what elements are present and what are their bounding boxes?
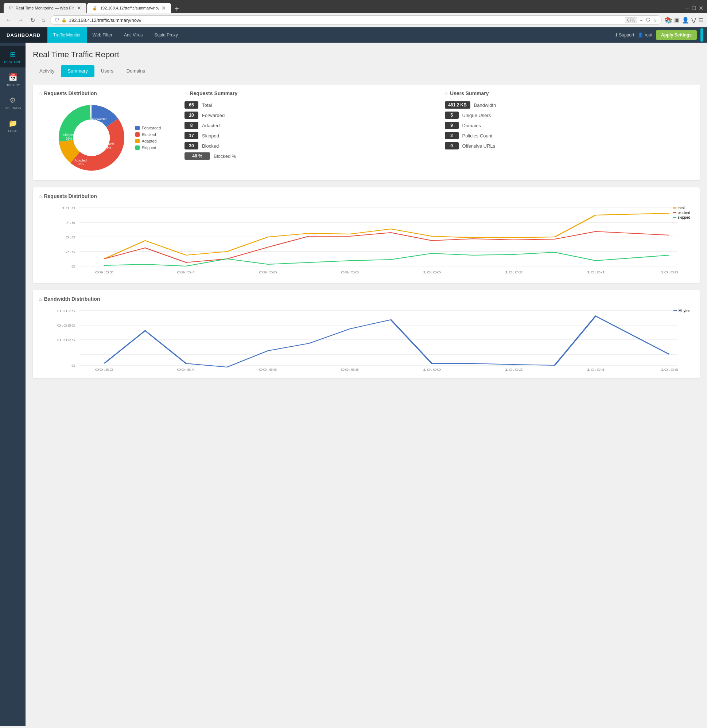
tab-users[interactable]: Users — [94, 65, 120, 77]
home-icon-bandwidth: ⌂ — [39, 296, 42, 302]
total-legend-dot — [673, 207, 677, 208]
tab-summary[interactable]: Summary — [61, 65, 94, 77]
forward-button[interactable]: → — [16, 16, 26, 24]
bandwidth-chart-label: Bandwidth Distribution — [44, 296, 100, 302]
more-options-icon[interactable]: ··· — [639, 17, 643, 23]
browser-toolbar: ← → ↻ ⌂ 🛡 🔒 67% ··· 🛡 ☆ 📚 ▣ 👤 ⋁ ☰ — [0, 13, 707, 27]
req-forwarded-label: Forwarded — [202, 113, 225, 118]
back-button[interactable]: ← — [4, 16, 13, 24]
tab2-title: 192.168.4.12/traffic/summary/now/ — [100, 6, 159, 10]
svg-text:15%: 15% — [96, 121, 103, 125]
tab1-close[interactable]: ✕ — [77, 5, 81, 11]
req-blocked-row: 30 Blocked — [185, 142, 434, 149]
nav-anti-virus[interactable]: Anti Virus — [118, 27, 148, 43]
req-total-row: 65 Total — [185, 101, 434, 108]
content-area: ⊞ REAL TIME 📅 HISTORY ⚙ SETTINGS 📁 LOGS … — [0, 43, 707, 726]
legend-dot-skipped — [135, 146, 140, 150]
req-summary-header: ⌂ Requests Summary — [185, 90, 434, 96]
svg-text:09:56: 09:56 — [259, 368, 278, 371]
address-input[interactable] — [69, 17, 623, 23]
legend-skipped-line: skipped — [673, 215, 690, 220]
shield-icon: 🛡 — [55, 17, 59, 23]
profile-icon[interactable]: 👤 — [682, 17, 689, 24]
browser-tab-2[interactable]: 🔒 192.168.4.12/traffic/summary/now/ ✕ — [87, 3, 171, 13]
req-blocked-pct-label: Blocked % — [214, 153, 236, 159]
sidebar-item-history[interactable]: 📅 HISTORY — [0, 69, 26, 90]
svg-text:Skipped: Skipped — [63, 133, 75, 137]
tab-domains[interactable]: Domains — [120, 65, 152, 77]
browser-chrome: 🛡 Real Time Monitoring — Web Filter... ✕… — [0, 0, 707, 13]
sidebar-label-logs: LOGS — [8, 129, 17, 133]
sidebar-item-realtime[interactable]: ⊞ REAL TIME — [0, 46, 26, 68]
user-unique-value: 5 — [445, 111, 459, 119]
top-nav: DASHBOARD Traffic Monitor Web Filter Ant… — [0, 27, 707, 43]
nav-squid-proxy[interactable]: Squid Proxy — [148, 27, 184, 43]
requests-distribution-chart-card: ⌂ Requests Distribution total blocked — [33, 187, 700, 283]
maximize-btn[interactable]: □ — [692, 5, 696, 12]
user-domains-label: Domains — [462, 123, 481, 128]
history-icon: 📅 — [9, 73, 17, 82]
req-skipped-value: 17 — [185, 132, 198, 139]
svg-text:10.0: 10.0 — [61, 207, 76, 210]
svg-text:10:00: 10:00 — [422, 368, 441, 371]
svg-text:Forwarded: Forwarded — [91, 117, 107, 121]
menu-icon[interactable]: ☰ — [698, 17, 703, 24]
bandwidth-line-chart: Mbytes 0.075 0.050 0.025 0 — [39, 307, 694, 373]
minimize-btn[interactable]: ─ — [685, 5, 689, 12]
close-btn[interactable]: ✕ — [698, 5, 703, 12]
svg-text:10:04: 10:04 — [586, 368, 605, 371]
svg-text:5.0: 5.0 — [65, 235, 75, 239]
user-offensive-value: 0 — [445, 142, 459, 149]
user-domains-value: 9 — [445, 122, 459, 129]
reload-button[interactable]: ↻ — [29, 16, 37, 25]
nav-web-filter[interactable]: Web Filter — [87, 27, 118, 43]
star-icon[interactable]: ☆ — [653, 17, 657, 23]
home-button[interactable]: ⌂ — [40, 16, 47, 24]
sidebar-label-realtime: REAL TIME — [4, 60, 21, 64]
user-policies-label: Policies Count — [462, 133, 493, 139]
user-unique-label: Unique Users — [462, 113, 491, 118]
sidebar-item-logs[interactable]: 📁 LOGS — [0, 115, 26, 136]
user-bandwidth-label: Bandwidth — [474, 103, 496, 108]
svg-text:7.5: 7.5 — [65, 221, 75, 225]
apply-settings-button[interactable]: Apply Settings — [656, 30, 697, 40]
extensions-icon[interactable]: ⋁ — [691, 17, 696, 24]
distribution-top: ⌂ Requests Distribution — [39, 90, 694, 174]
user-policies-value: 2 — [445, 132, 459, 139]
user-button[interactable]: 👤 root — [638, 32, 652, 38]
browser-tab-1[interactable]: 🛡 Real Time Monitoring — Web Filter... ✕ — [4, 3, 87, 13]
library-icon[interactable]: 📚 — [665, 17, 672, 24]
bookmark-icon[interactable]: 🛡 — [646, 17, 651, 23]
req-skipped-row: 17 Skipped — [185, 132, 434, 139]
support-label: Support — [619, 32, 634, 38]
tab-activity[interactable]: Activity — [33, 65, 61, 77]
tab2-close[interactable]: ✕ — [162, 5, 166, 11]
bandwidth-chart-card: ⌂ Bandwidth Distribution Mbytes — [33, 290, 700, 378]
pie-chart: Forwarded 15% Blocked 46% Adapted 12% Sk… — [55, 101, 128, 174]
address-bar[interactable]: 🛡 🔒 67% ··· 🛡 ☆ — [50, 15, 662, 25]
nav-traffic-monitor[interactable]: Traffic Monitor — [48, 27, 87, 43]
legend-adapted: Adapted — [135, 139, 161, 143]
req-chart-legend: total blocked skipped — [673, 206, 690, 220]
support-button[interactable]: ℹ Support — [616, 32, 634, 38]
sidebar-item-settings[interactable]: ⚙ SETTINGS — [0, 92, 26, 113]
svg-text:09:52: 09:52 — [95, 368, 113, 371]
user-label: root — [645, 32, 652, 38]
mbytes-legend-dot — [674, 310, 677, 311]
svg-point-4 — [73, 120, 110, 156]
svg-text:26%: 26% — [66, 137, 72, 140]
zoom-level: 67% — [625, 17, 638, 23]
sidebar: ⊞ REAL TIME 📅 HISTORY ⚙ SETTINGS 📁 LOGS — [0, 43, 26, 726]
page-tabs: Activity Summary Users Domains — [33, 65, 700, 77]
legend-dot-blocked — [135, 132, 140, 137]
sidebar-toggle-icon[interactable]: ▣ — [674, 17, 680, 24]
new-tab-button[interactable]: + — [172, 5, 182, 13]
toolbar-extras: 📚 ▣ 👤 ⋁ ☰ — [665, 17, 703, 24]
legend-blocked: Blocked — [135, 132, 161, 137]
pie-header-label: Requests Distribution — [44, 90, 97, 96]
sidebar-label-history: HISTORY — [6, 83, 20, 87]
pie-legend: Forwarded Blocked Adapted — [135, 126, 161, 150]
svg-text:0: 0 — [71, 265, 76, 268]
svg-text:09:52: 09:52 — [95, 270, 113, 274]
home-icon-req-chart: ⌂ — [39, 193, 42, 199]
